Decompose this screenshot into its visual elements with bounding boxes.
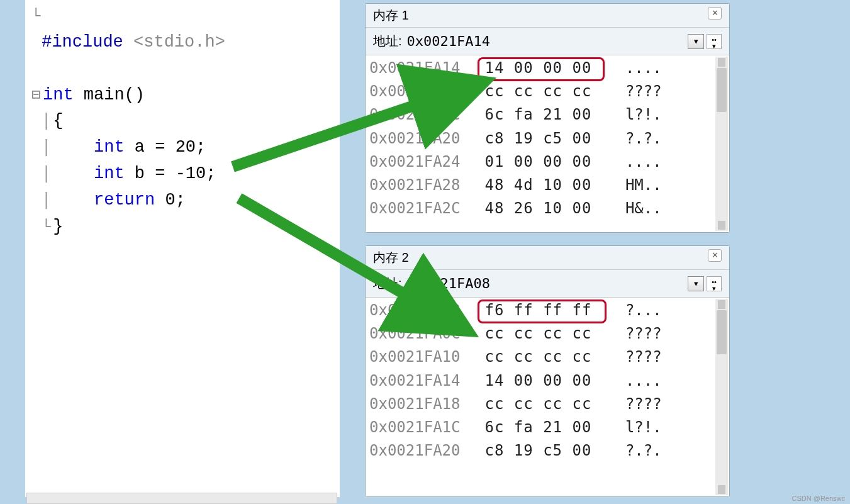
bytes-cell: 01 00 00 00 <box>475 150 607 174</box>
ascii-cell: .... <box>607 57 662 80</box>
address-cell: 0x0021FA1C <box>369 103 475 126</box>
kw-int: int <box>53 138 124 157</box>
watermark: CSDN @Renswc <box>791 495 845 502</box>
code-editor[interactable]: └ #include <stdio.h> ⊟int main() │{ │ in… <box>25 0 340 497</box>
close-icon[interactable]: ✕ <box>708 7 722 20</box>
horizontal-scrollbar[interactable] <box>26 493 337 504</box>
vertical-scrollbar[interactable] <box>715 57 728 231</box>
address-cell: 0x0021FA28 <box>369 174 475 197</box>
bytes-cell: cc cc cc cc <box>475 322 607 345</box>
memory-2-title: 内存 2 ✕ <box>366 246 729 270</box>
ascii-cell: ?.?. <box>607 439 662 462</box>
ascii-cell: .... <box>607 150 662 174</box>
address-cell: 0x0021FA1C <box>369 416 475 439</box>
memory-row[interactable]: 0x0021FA0C cc cc cc cc ???? <box>369 322 725 345</box>
address-cell: 0x0021FA14 <box>369 369 475 393</box>
vertical-scrollbar[interactable] <box>715 299 728 495</box>
bytes-cell: cc cc cc cc <box>475 345 607 369</box>
ascii-cell: ?... <box>607 299 662 322</box>
panel-title-text: 内存 1 <box>373 8 409 22</box>
memory-row[interactable]: 0x0021FA18 cc cc cc cc ???? <box>369 393 725 416</box>
main-fn: main() <box>74 86 145 104</box>
bytes-cell: c8 19 c5 00 <box>475 127 607 150</box>
address-cell: 0x0021FA20 <box>369 439 475 462</box>
ascii-cell: l?!. <box>607 416 662 439</box>
kw-int: int <box>43 86 74 104</box>
brace-open: { <box>53 111 63 130</box>
ascii-cell: ???? <box>607 345 662 369</box>
address-cell: 0x0021FA2C <box>369 197 475 220</box>
bytes-cell: c8 19 c5 00 <box>475 439 607 462</box>
menu-icon[interactable]: ••▾ <box>707 276 722 291</box>
address-cell: 0x0021FA08 <box>369 299 475 322</box>
menu-icon[interactable]: ••▾ <box>707 34 722 49</box>
address-cell: 0x0021FA14 <box>369 57 475 80</box>
address-cell: 0x0021FA20 <box>369 127 475 150</box>
memory-row[interactable]: 0x0021FA20 c8 19 c5 00 ?.?. <box>369 439 725 462</box>
ret-0: 0 <box>155 191 175 210</box>
bytes-cell: cc cc cc cc <box>475 393 607 416</box>
ascii-cell: l?!. <box>607 103 662 126</box>
memory-1-address-bar: 地址: 0x0021FA14 ▾ ••▾ <box>366 28 729 55</box>
memory-1-body: 0x0021FA14 14 00 00 00 ....0x0021FA18 cc… <box>366 55 729 232</box>
memory-1-title: 内存 1 ✕ <box>366 4 729 28</box>
bytes-cell: 14 00 00 00 <box>475 369 607 393</box>
memory-row[interactable]: 0x0021FA1C 6c fa 21 00 l?!. <box>369 416 725 439</box>
brace-close: } <box>53 217 63 236</box>
bytes-cell: f6 ff ff ff <box>475 299 607 322</box>
memory-row[interactable]: 0x0021FA2C 48 26 10 00 H&.. <box>369 197 725 220</box>
bytes-cell: 48 26 10 00 <box>475 197 607 220</box>
ascii-cell: .... <box>607 369 662 393</box>
val-20: 20 <box>176 138 196 157</box>
ascii-cell: ???? <box>607 80 662 103</box>
panel-title-text: 内存 2 <box>373 250 409 264</box>
memory-row[interactable]: 0x0021FA10 cc cc cc cc ???? <box>369 345 725 369</box>
ascii-cell: ???? <box>607 393 662 416</box>
chevron-down-icon[interactable]: ▾ <box>688 276 704 291</box>
memory-panel-2: 内存 2 ✕ 地址: 0x0021FA08 ▾ ••▾ 0x0021FA08 f… <box>365 245 730 497</box>
memory-row[interactable]: 0x0021FA24 01 00 00 00 .... <box>369 150 725 174</box>
kw-int: int <box>53 164 124 183</box>
bytes-cell: 6c fa 21 00 <box>475 416 607 439</box>
bytes-cell: cc cc cc cc <box>475 80 607 103</box>
kw-return: return <box>53 191 155 210</box>
bytes-cell: 6c fa 21 00 <box>475 103 607 126</box>
address-input[interactable]: 0x0021FA14 <box>407 33 688 49</box>
memory-2-body: 0x0021FA08 f6 ff ff ff ?...0x0021FA0C cc… <box>366 298 729 496</box>
address-cell: 0x0021FA10 <box>369 345 475 369</box>
address-label: 地址: <box>373 33 402 50</box>
memory-row[interactable]: 0x0021FA1C 6c fa 21 00 l?!. <box>369 103 725 126</box>
memory-row[interactable]: 0x0021FA18 cc cc cc cc ???? <box>369 80 725 103</box>
ascii-cell: ???? <box>607 322 662 345</box>
memory-panel-1: 内存 1 ✕ 地址: 0x0021FA14 ▾ ••▾ 0x0021FA14 1… <box>365 3 730 233</box>
include-header: <stdio.h> <box>133 33 225 52</box>
memory-row[interactable]: 0x0021FA08 f6 ff ff ff ?... <box>369 299 725 322</box>
decl-a: a = <box>125 138 176 157</box>
address-label: 地址: <box>373 275 402 292</box>
ascii-cell: ?.?. <box>607 127 662 150</box>
memory-row[interactable]: 0x0021FA14 14 00 00 00 .... <box>369 369 725 393</box>
memory-row[interactable]: 0x0021FA28 48 4d 10 00 HM.. <box>369 174 725 197</box>
decl-b: b = <box>125 164 176 183</box>
memory-row[interactable]: 0x0021FA20 c8 19 c5 00 ?.?. <box>369 127 725 150</box>
ascii-cell: H&.. <box>607 197 662 220</box>
memory-2-address-bar: 地址: 0x0021FA08 ▾ ••▾ <box>366 270 729 298</box>
address-cell: 0x0021FA24 <box>369 150 475 174</box>
include-directive: #include <box>42 33 123 52</box>
address-cell: 0x0021FA0C <box>369 322 475 345</box>
chevron-down-icon[interactable]: ▾ <box>688 34 704 49</box>
address-input[interactable]: 0x0021FA08 <box>407 276 688 291</box>
memory-row[interactable]: 0x0021FA14 14 00 00 00 .... <box>369 57 725 80</box>
val-neg10: -10 <box>176 164 206 183</box>
bytes-cell: 48 4d 10 00 <box>475 174 607 197</box>
bytes-cell: 14 00 00 00 <box>475 57 607 80</box>
address-cell: 0x0021FA18 <box>369 393 475 416</box>
address-cell: 0x0021FA18 <box>369 80 475 103</box>
ascii-cell: HM.. <box>607 174 662 197</box>
close-icon[interactable]: ✕ <box>708 249 722 262</box>
